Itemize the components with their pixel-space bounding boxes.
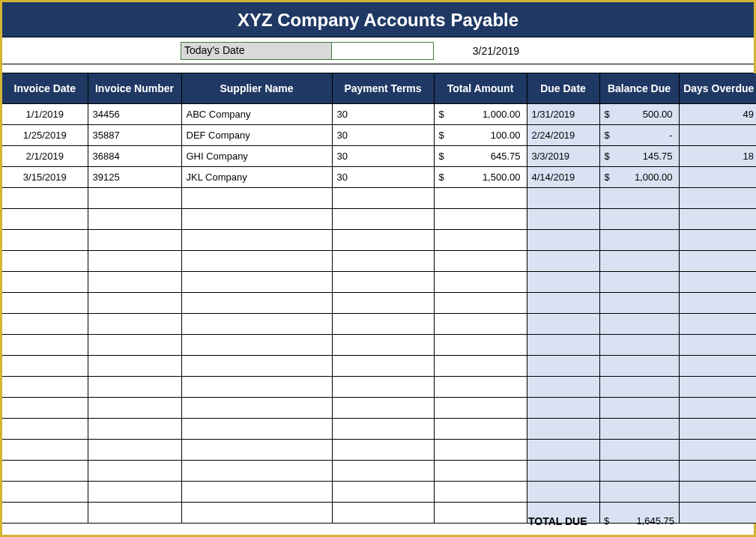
cell-days-overdue[interactable] xyxy=(679,355,756,376)
cell-payment-terms[interactable]: 30 xyxy=(332,145,434,166)
cell-days-overdue[interactable]: 49 xyxy=(679,103,756,124)
cell-balance-due[interactable] xyxy=(599,376,679,397)
cell-invoice-number[interactable] xyxy=(88,250,181,271)
cell-due-date[interactable]: 2/24/2019 xyxy=(527,124,599,145)
cell-invoice-number[interactable] xyxy=(88,439,181,460)
cell-invoice-date[interactable] xyxy=(2,439,88,460)
cell-supplier-name[interactable] xyxy=(181,481,332,502)
col-header-invoice-number[interactable]: Invoice Number xyxy=(88,73,181,103)
cell-invoice-number[interactable] xyxy=(88,355,181,376)
cell-balance-due[interactable] xyxy=(599,460,679,481)
cell-invoice-date[interactable] xyxy=(2,460,88,481)
cell-total-amount[interactable] xyxy=(434,229,527,250)
cell-balance-due[interactable] xyxy=(599,397,679,418)
cell-total-amount[interactable] xyxy=(434,397,527,418)
cell-balance-due[interactable]: $145.75 xyxy=(599,145,679,166)
cell-payment-terms[interactable] xyxy=(332,418,434,439)
cell-days-overdue[interactable] xyxy=(679,124,756,145)
cell-balance-due[interactable] xyxy=(599,292,679,313)
col-header-balance-due[interactable]: Balance Due xyxy=(599,73,679,103)
cell-days-overdue[interactable]: 18 xyxy=(679,145,756,166)
cell-due-date[interactable] xyxy=(527,208,599,229)
cell-supplier-name[interactable] xyxy=(181,250,332,271)
cell-supplier-name[interactable] xyxy=(181,376,332,397)
col-header-invoice-date[interactable]: Invoice Date xyxy=(2,73,88,103)
cell-due-date[interactable] xyxy=(527,187,599,208)
cell-days-overdue[interactable] xyxy=(679,481,756,502)
cell-due-date[interactable] xyxy=(527,355,599,376)
cell-balance-due[interactable] xyxy=(599,271,679,292)
cell-supplier-name[interactable]: ABC Company xyxy=(181,103,332,124)
cell-due-date[interactable] xyxy=(527,271,599,292)
cell-balance-due[interactable] xyxy=(599,481,679,502)
cell-balance-due[interactable]: $- xyxy=(599,124,679,145)
cell-invoice-date[interactable]: 3/15/2019 xyxy=(2,166,88,187)
cell-balance-due[interactable]: $500.00 xyxy=(599,103,679,124)
cell-invoice-number[interactable] xyxy=(88,313,181,334)
col-header-total-amount[interactable]: Total Amount xyxy=(434,73,527,103)
cell-due-date[interactable] xyxy=(527,292,599,313)
cell-balance-due[interactable] xyxy=(599,187,679,208)
cell-invoice-date[interactable] xyxy=(2,418,88,439)
col-header-supplier-name[interactable]: Supplier Name xyxy=(181,73,332,103)
cell-due-date[interactable] xyxy=(527,376,599,397)
cell-invoice-date[interactable] xyxy=(2,397,88,418)
cell-balance-due[interactable] xyxy=(599,229,679,250)
cell-supplier-name[interactable] xyxy=(181,187,332,208)
cell-days-overdue[interactable] xyxy=(679,229,756,250)
cell-days-overdue[interactable] xyxy=(679,250,756,271)
cell-supplier-name[interactable] xyxy=(181,334,332,355)
cell-days-overdue[interactable] xyxy=(679,397,756,418)
cell-total-amount[interactable]: $1,500.00 xyxy=(434,166,527,187)
cell-total-amount[interactable] xyxy=(434,418,527,439)
cell-supplier-name[interactable]: DEF Company xyxy=(181,124,332,145)
cell-total-amount[interactable] xyxy=(434,355,527,376)
cell-invoice-number[interactable] xyxy=(88,334,181,355)
cell-supplier-name[interactable] xyxy=(181,397,332,418)
cell-supplier-name[interactable] xyxy=(181,313,332,334)
cell-payment-terms[interactable] xyxy=(332,439,434,460)
cell-balance-due[interactable] xyxy=(599,418,679,439)
cell-total-amount[interactable] xyxy=(434,292,527,313)
cell-invoice-date[interactable] xyxy=(2,334,88,355)
cell-balance-due[interactable] xyxy=(599,355,679,376)
cell-payment-terms[interactable]: 30 xyxy=(332,166,434,187)
cell-supplier-name[interactable]: JKL Company xyxy=(181,166,332,187)
cell-invoice-date[interactable] xyxy=(2,229,88,250)
cell-due-date[interactable]: 1/31/2019 xyxy=(527,103,599,124)
cell-payment-terms[interactable] xyxy=(332,334,434,355)
cell-days-overdue[interactable] xyxy=(679,313,756,334)
cell-invoice-number[interactable] xyxy=(88,418,181,439)
cell-balance-due[interactable]: $1,000.00 xyxy=(599,166,679,187)
cell-days-overdue[interactable] xyxy=(679,460,756,481)
cell-due-date[interactable] xyxy=(527,439,599,460)
cell-supplier-name[interactable] xyxy=(181,271,332,292)
cell-supplier-name[interactable] xyxy=(181,355,332,376)
cell-invoice-number[interactable]: 35887 xyxy=(88,124,181,145)
cell-payment-terms[interactable] xyxy=(332,313,434,334)
cell-days-overdue[interactable] xyxy=(679,418,756,439)
cell-supplier-name[interactable] xyxy=(181,460,332,481)
cell-payment-terms[interactable] xyxy=(332,481,434,502)
cell-invoice-date[interactable] xyxy=(2,250,88,271)
col-header-days-overdue[interactable]: Days Overdue xyxy=(679,73,756,103)
cell-supplier-name[interactable] xyxy=(181,292,332,313)
cell-due-date[interactable]: 4/14/2019 xyxy=(527,166,599,187)
cell-payment-terms[interactable] xyxy=(332,229,434,250)
cell-invoice-number[interactable] xyxy=(88,376,181,397)
cell-invoice-number[interactable] xyxy=(88,187,181,208)
col-header-payment-terms[interactable]: Payment Terms xyxy=(332,73,434,103)
cell-payment-terms[interactable] xyxy=(332,460,434,481)
cell-total-amount[interactable]: $645.75 xyxy=(434,145,527,166)
cell-supplier-name[interactable] xyxy=(181,418,332,439)
cell-payment-terms[interactable] xyxy=(332,250,434,271)
cell-invoice-date[interactable] xyxy=(2,481,88,502)
cell-total-amount[interactable] xyxy=(434,208,527,229)
cell-balance-due[interactable] xyxy=(599,208,679,229)
cell-total-amount[interactable] xyxy=(434,187,527,208)
cell-total-amount[interactable] xyxy=(434,250,527,271)
cell-payment-terms[interactable] xyxy=(332,397,434,418)
cell-invoice-number[interactable]: 34456 xyxy=(88,103,181,124)
cell-due-date[interactable] xyxy=(527,481,599,502)
cell-supplier-name[interactable] xyxy=(181,208,332,229)
